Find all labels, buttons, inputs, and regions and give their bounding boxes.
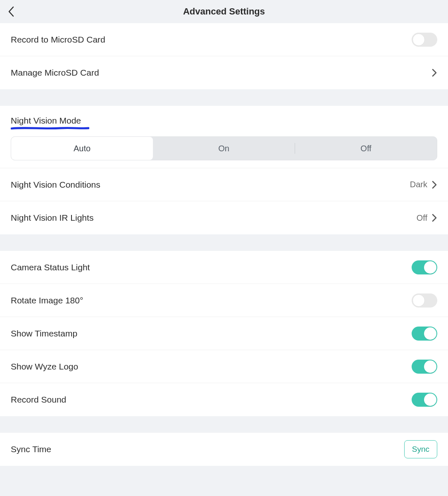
camera-status-light-label: Camera Status Light (11, 262, 90, 272)
night-vision-conditions-row[interactable]: Night Vision Conditions Dark (0, 168, 448, 201)
sync-time-label: Sync Time (11, 444, 51, 454)
rotate-180-toggle[interactable] (412, 293, 437, 308)
record-sound-toggle[interactable] (412, 393, 437, 407)
chevron-right-icon (431, 180, 437, 189)
camera-status-light-toggle[interactable] (412, 260, 437, 274)
toggle-knob (424, 327, 436, 340)
header: Advanced Settings (0, 0, 448, 23)
sync-button[interactable]: Sync (404, 440, 437, 458)
segment-on[interactable]: On (153, 137, 295, 160)
show-timestamp-toggle[interactable] (412, 327, 437, 341)
record-sound-row[interactable]: Record Sound (0, 383, 448, 416)
back-button[interactable] (7, 6, 15, 17)
page-title: Advanced Settings (183, 6, 265, 17)
chevron-right-icon (431, 213, 437, 222)
sync-time-row: Sync Time Sync (0, 433, 448, 466)
chevron-right-icon (431, 68, 437, 77)
show-timestamp-label: Show Timestamp (11, 329, 77, 339)
chevron-left-icon (7, 6, 15, 17)
section-gap (0, 89, 448, 106)
record-to-sd-row[interactable]: Record to MicroSD Card (0, 23, 448, 56)
section-gap (0, 416, 448, 433)
storage-group: Record to MicroSD Card Manage MicroSD Ca… (0, 23, 448, 89)
toggle-knob (412, 33, 425, 46)
rotate-180-label: Rotate Image 180° (11, 296, 83, 305)
segment-auto[interactable]: Auto (11, 137, 153, 160)
night-vision-group: Night Vision Mode Auto On Off Night Visi… (0, 106, 448, 234)
show-timestamp-row[interactable]: Show Timestamp (0, 317, 448, 350)
bottom-gap (0, 466, 448, 491)
night-vision-mode-text: Night Vision Mode (11, 116, 81, 125)
camera-status-light-row[interactable]: Camera Status Light (0, 251, 448, 284)
night-vision-segmented: Auto On Off (11, 136, 437, 160)
night-vision-header-wrap: Night Vision Mode (0, 106, 448, 134)
toggle-knob (412, 294, 425, 307)
manage-sd-row[interactable]: Manage MicroSD Card (0, 56, 448, 89)
section-gap (0, 234, 448, 251)
show-logo-row[interactable]: Show Wyze Logo (0, 350, 448, 383)
night-vision-mode-label: Night Vision Mode (11, 116, 81, 129)
manage-sd-label: Manage MicroSD Card (11, 68, 99, 78)
show-logo-label: Show Wyze Logo (11, 362, 78, 372)
show-logo-toggle[interactable] (412, 360, 437, 374)
record-to-sd-label: Record to MicroSD Card (11, 35, 105, 45)
night-vision-conditions-label: Night Vision Conditions (11, 180, 100, 190)
toggle-knob (424, 393, 436, 406)
annotation-underline (11, 126, 89, 130)
night-vision-conditions-value: Dark (410, 180, 427, 189)
toggle-knob (424, 360, 436, 373)
night-vision-ir-label: Night Vision IR Lights (11, 213, 93, 223)
night-vision-ir-value: Off (417, 213, 427, 223)
rotate-180-row[interactable]: Rotate Image 180° (0, 284, 448, 317)
camera-group: Camera Status Light Rotate Image 180° Sh… (0, 251, 448, 416)
record-sound-label: Record Sound (11, 395, 66, 405)
segment-off[interactable]: Off (295, 137, 437, 160)
sync-group: Sync Time Sync (0, 433, 448, 466)
record-to-sd-toggle[interactable] (412, 33, 437, 47)
night-vision-ir-row[interactable]: Night Vision IR Lights Off (0, 201, 448, 234)
toggle-knob (424, 261, 436, 274)
